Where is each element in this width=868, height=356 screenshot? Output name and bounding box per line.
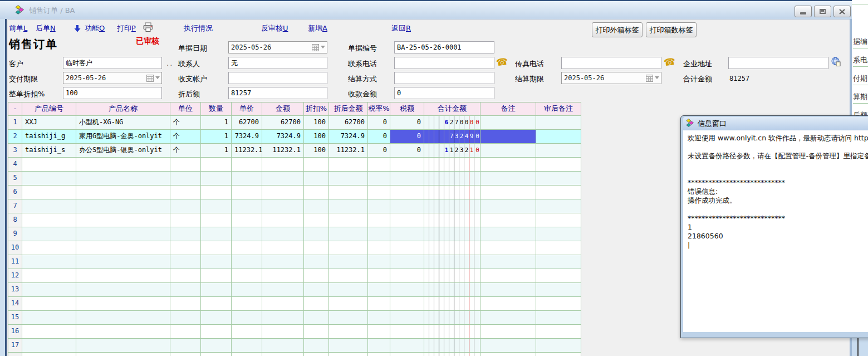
row-number-cell[interactable]: 18 (8, 353, 22, 356)
table-cell-tax_rate[interactable] (368, 213, 390, 227)
titlebar[interactable]: 销售订单 / BA (0, 1, 852, 19)
payment-account-input[interactable] (228, 72, 327, 84)
table-cell-total[interactable] (424, 227, 480, 241)
minimize-button[interactable] (795, 6, 812, 17)
row-number-cell[interactable]: 1 (8, 116, 22, 130)
table-cell-code[interactable] (22, 199, 76, 213)
table-cell-price[interactable] (232, 213, 262, 227)
table-cell-total[interactable] (424, 241, 480, 255)
table-cell-tax_rate[interactable] (368, 255, 390, 269)
customer-input[interactable] (63, 57, 162, 69)
table-cell-post_remark[interactable] (536, 116, 581, 130)
table-cell-unit[interactable] (170, 172, 201, 186)
printer-icon[interactable] (143, 22, 154, 35)
table-cell-tax[interactable] (390, 325, 424, 339)
table-cell-unit[interactable] (170, 158, 201, 172)
table-cell-discount[interactable] (304, 283, 329, 297)
table-cell-tax[interactable] (390, 311, 424, 325)
table-cell-discount[interactable] (304, 339, 329, 353)
table-cell-amount[interactable] (262, 325, 304, 339)
table-cell-tax[interactable]: 0 (390, 144, 424, 158)
table-cell-discount[interactable] (304, 325, 329, 339)
table-cell-tax[interactable] (390, 158, 424, 172)
table-cell-name[interactable] (76, 186, 170, 199)
table-cell-qty[interactable] (201, 311, 232, 325)
table-cell-code[interactable] (22, 213, 76, 227)
table-cell-discounted[interactable] (329, 158, 368, 172)
table-cell-tax_rate[interactable]: 0 (368, 116, 390, 130)
table-cell-code[interactable] (22, 241, 76, 255)
table-cell-name[interactable] (76, 158, 170, 172)
table-cell-qty[interactable] (201, 158, 232, 172)
table-cell-tax[interactable] (390, 186, 424, 199)
table-cell-name[interactable]: 小型机-XG-NG (76, 116, 170, 130)
received-amount-input[interactable] (394, 87, 494, 99)
table-cell-tax_rate[interactable] (368, 283, 390, 297)
table-cell-code[interactable] (22, 172, 76, 186)
settle-deadline-combo[interactable]: 2025-05-26 (561, 72, 661, 84)
table-cell-remark[interactable] (480, 283, 536, 297)
table-cell-total[interactable] (424, 255, 480, 269)
table-cell-tax[interactable] (390, 269, 424, 283)
table-cell-price[interactable] (232, 353, 262, 356)
table-cell-name[interactable] (76, 227, 170, 241)
table-cell-unit[interactable] (170, 325, 201, 339)
table-cell-remark[interactable] (480, 297, 536, 311)
table-cell-code[interactable] (22, 269, 76, 283)
table-cell-remark[interactable] (480, 339, 536, 353)
table-cell-discount[interactable]: 100 (304, 130, 329, 144)
row-number-cell[interactable]: 13 (8, 283, 22, 297)
table-cell-amount[interactable] (262, 269, 304, 283)
table-cell-amount[interactable]: 62700 (262, 116, 304, 130)
table-cell-post_remark[interactable] (536, 172, 581, 186)
table-cell-post_remark[interactable] (536, 199, 581, 213)
table-cell-qty[interactable] (201, 227, 232, 241)
table-cell-amount[interactable] (262, 311, 304, 325)
table-cell-discounted[interactable] (329, 297, 368, 311)
table-cell-total[interactable]: 6270000 (424, 116, 480, 130)
table-cell-tax[interactable] (390, 353, 424, 356)
table-cell-qty[interactable] (201, 325, 232, 339)
table-cell-name[interactable] (76, 199, 170, 213)
table-cell-unit[interactable] (170, 339, 201, 353)
table-cell-remark[interactable] (480, 353, 536, 356)
contact-input[interactable] (228, 57, 327, 69)
table-cell-price[interactable]: 7324.9 (232, 130, 262, 144)
table-cell-price[interactable] (232, 297, 262, 311)
table-cell-price[interactable]: 62700 (232, 116, 262, 130)
table-cell-name[interactable] (76, 241, 170, 255)
table-cell-code[interactable] (22, 311, 76, 325)
table-cell-qty[interactable]: 1 (201, 130, 232, 144)
table-cell-tax_rate[interactable] (368, 186, 390, 199)
toolbar-next-doc[interactable]: 后单N (36, 23, 56, 33)
table-cell-remark[interactable] (480, 325, 536, 339)
table-cell-unit[interactable] (170, 353, 201, 356)
table-cell-post_remark[interactable] (536, 241, 581, 255)
table-cell-amount[interactable] (262, 172, 304, 186)
table-cell-post_remark[interactable] (536, 130, 581, 144)
table-cell-qty[interactable] (201, 339, 232, 353)
table-cell-discounted[interactable] (329, 325, 368, 339)
table-cell-price[interactable] (232, 283, 262, 297)
table-cell-unit[interactable]: 个 (170, 130, 201, 144)
table-cell-tax_rate[interactable]: 0 (368, 144, 390, 158)
table-cell-discount[interactable] (304, 241, 329, 255)
table-cell-code[interactable] (22, 339, 76, 353)
phone-icon[interactable]: ☎ (496, 56, 509, 69)
row-number-cell[interactable]: 17 (8, 339, 22, 353)
table-cell-tax[interactable] (390, 172, 424, 186)
table-cell-price[interactable] (232, 172, 262, 186)
table-cell-code[interactable] (22, 186, 76, 199)
table-cell-discounted[interactable] (329, 227, 368, 241)
table-cell-qty[interactable] (201, 186, 232, 199)
table-cell-total[interactable]: 1123210 (424, 144, 480, 158)
globe-icon[interactable] (831, 57, 841, 69)
table-cell-post_remark[interactable] (536, 325, 581, 339)
toolbar-add-new[interactable]: 新增A (308, 23, 327, 33)
table-cell-total[interactable] (424, 339, 480, 353)
table-cell-remark[interactable] (480, 255, 536, 269)
table-cell-tax_rate[interactable] (368, 158, 390, 172)
table-cell-post_remark[interactable] (536, 283, 581, 297)
table-cell-remark[interactable] (480, 227, 536, 241)
table-cell-discount[interactable] (304, 311, 329, 325)
